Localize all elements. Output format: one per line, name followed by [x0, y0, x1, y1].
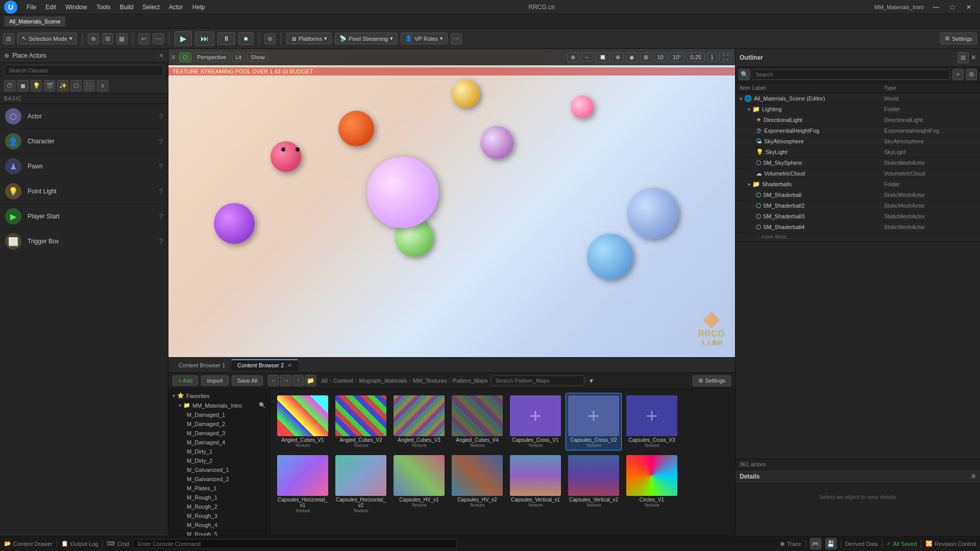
viewport-icon-3[interactable]: 🔲 [596, 53, 610, 62]
step-button[interactable]: ⏭ [195, 32, 214, 46]
status-icon-2[interactable]: 💾 [825, 538, 837, 549]
cb-folder-icon[interactable]: 📁 [305, 375, 316, 386]
actor-item-character[interactable]: 👤 Character ? [0, 129, 168, 154]
grid-icon[interactable]: ▦ [116, 33, 128, 44]
outliner-sm-shaderball[interactable]: ⬡ SM_Shaderball StaticMeshActor [736, 190, 980, 201]
cb-tree-m-damaged-3[interactable]: M_Damaged_3 [168, 429, 270, 438]
cb-tree-m-dirty-2[interactable]: M_Dirty_2 [168, 456, 270, 465]
cmd-item[interactable]: ⌨ Cmd [107, 540, 129, 547]
viewport-num-2[interactable]: 10° [669, 53, 685, 62]
place-actors-close-button[interactable]: ✕ [159, 52, 164, 59]
breadcrumb-all[interactable]: All [321, 378, 327, 384]
cb-back-icon[interactable]: ← [268, 375, 279, 386]
viewport-num-4[interactable]: 1 [707, 53, 717, 62]
viewport-scene[interactable]: 🔶 RRCG 人人素材 [168, 49, 735, 357]
settings-button[interactable]: ⚙ Settings [940, 33, 977, 44]
cb-texture-capsules-cross-v3[interactable]: Capsules_Cross_V3 Texture [624, 393, 680, 450]
outliner-lighting-folder[interactable]: ▾ 📁 Lighting Folder [736, 104, 980, 115]
cb-tree-m-damaged-4[interactable]: M_Damaged_4 [168, 438, 270, 447]
actor-item-trigger-box[interactable]: ⬜ Trigger Box ? [0, 229, 168, 254]
menu-help[interactable]: Help [188, 3, 209, 12]
cb-tree-mm-intro[interactable]: ▾ 📁 MM_Materials_Intro 🔍 [168, 400, 270, 410]
close-button[interactable]: ✕ [962, 2, 976, 12]
player-start-help-icon[interactable]: ? [159, 212, 163, 220]
pause-button[interactable]: ⏸ [217, 32, 235, 45]
cb-texture-angled-cubes-v4[interactable]: Angled_Cubes_V4 Texture [449, 393, 505, 450]
menu-select[interactable]: Select [138, 3, 163, 12]
translate-icon[interactable]: ⊕ [88, 33, 99, 44]
perspective-button[interactable]: Perspective [193, 53, 230, 62]
undo-icon[interactable]: ↩ [138, 33, 150, 44]
more-icon[interactable]: ⋯ [153, 33, 164, 44]
stop-button[interactable]: ■ [238, 32, 254, 45]
menu-edit[interactable]: Edit [41, 3, 60, 12]
outliner-sky-atmosphere[interactable]: 🌤 SkyAtmosphere SkyAtmosphere [736, 136, 980, 147]
cb-tree-m-galvanized-1[interactable]: M_Galvanized_1 [168, 465, 270, 474]
outliner-shaderballs-folder[interactable]: ▾ 📁 Shaderballs Folder [736, 179, 980, 190]
geometry-icon[interactable]: ⬡ [70, 80, 82, 91]
console-command-input[interactable] [133, 539, 457, 548]
breadcrumb-mm-textures[interactable]: MM_Textures [413, 378, 447, 384]
cinematic-icon[interactable]: 🎬 [44, 80, 55, 91]
cb-texture-capsules-horiz-v1[interactable]: Capsules_Horizontal_v1 Texture [275, 453, 331, 516]
selection-mode-button[interactable]: ↖ Selection Mode ▾ [17, 33, 77, 44]
cb-tree-m-damaged-1[interactable]: M_Damaged_1 [168, 410, 270, 419]
outliner-exp-height-fog[interactable]: 🌫 ExponentialHeightFog ExponentialHeight… [736, 126, 980, 136]
maximize-button[interactable]: □ [945, 2, 960, 12]
outliner-sm-shaderball2[interactable]: ⬡ SM_Shaderball2 StaticMeshActor [736, 201, 980, 211]
recent-icon[interactable]: ⏱ [4, 80, 15, 91]
cb-save-all-button[interactable]: Save All [232, 375, 263, 386]
outliner-search-icon[interactable]: 🔍 [739, 69, 750, 80]
snap-icon[interactable]: ⊞ [102, 33, 113, 44]
breadcrumb-content[interactable]: Content [333, 378, 353, 384]
revision-control-item[interactable]: 🔀 Revision Control [925, 540, 976, 547]
actor-item-pawn[interactable]: ♟ Pawn ? [0, 154, 168, 179]
viewport-icon-5[interactable]: ◉ [626, 53, 638, 62]
character-help-icon[interactable]: ? [159, 137, 163, 145]
viewport-hamburger-icon[interactable]: ≡ [172, 54, 175, 61]
menu-file[interactable]: File [22, 3, 40, 12]
viewport-icon-1[interactable]: ⊕ [567, 53, 579, 62]
content-browser-tab-1[interactable]: Content Browser 1 [173, 360, 231, 370]
outliner-filter-icon[interactable]: ⊞ [958, 52, 969, 63]
status-icon-1[interactable]: 🎮 [810, 538, 821, 549]
cb-tree-m-rough-1[interactable]: M_Rough_1 [168, 493, 270, 502]
viewport-num-3[interactable]: 0.25 [687, 53, 704, 62]
output-log-item[interactable]: 📋 Output Log [61, 540, 98, 547]
breadcrumb-pattern-maps[interactable]: Pattern_Maps [453, 378, 487, 384]
toolbar-layout-icon[interactable]: ⊞ [3, 33, 14, 44]
derived-data-item[interactable]: Derived Data [845, 541, 878, 547]
outliner-close-button[interactable]: ✕ [971, 54, 976, 61]
cb-settings-button[interactable]: ⚙ Settings [693, 375, 731, 386]
cb-texture-capsules-horiz-v2[interactable]: Capsules_Horizontal_v2 Texture [333, 453, 389, 516]
all-saved-item[interactable]: ✓ All Saved [887, 540, 917, 547]
actor-item-point-light[interactable]: 💡 Point Light ? [0, 179, 168, 204]
visual-effects-icon[interactable]: ✨ [57, 80, 68, 91]
volumes-icon[interactable]: ⬛ [84, 80, 95, 91]
spawn-icon[interactable]: ⊕ [264, 33, 276, 44]
outliner-sm-shaderball4[interactable]: ⬡ SM_Shaderball4 StaticMeshActor [736, 222, 980, 233]
cb-texture-capsules-vert-v2[interactable]: Capsules_Vertical_v2 Texture [566, 453, 622, 516]
cb-texture-capsules-hv-v2[interactable]: Capsules_HV_v2 Texture [449, 453, 505, 516]
cb-texture-capsules-cross-v2[interactable]: Capsules_Cross_V2 Texture [566, 393, 622, 450]
cb-tree-m-galvanized-2[interactable]: M_Galvanized_2 [168, 474, 270, 484]
outliner-sm-shaderball3[interactable]: ⬡ SM_Shaderball3 StaticMeshActor [736, 211, 980, 222]
cb-search-filter-icon[interactable]: ▾ [590, 377, 593, 385]
outliner-search-input[interactable] [752, 69, 950, 80]
viewport-perspective-icon[interactable]: ⬡ [179, 53, 191, 62]
outliner-world-item[interactable]: ▾ 🌐 All_Materials_Scene (Editor) World [736, 93, 980, 104]
toolbar-extra-icon[interactable]: ⋯ [451, 33, 462, 44]
cb-texture-angled-cubes-v3[interactable]: Angled_Cubes_V3 Texture [391, 393, 447, 450]
cb-tab-2-close-icon[interactable]: ✕ [287, 362, 292, 368]
mm-intro-search-icon[interactable]: 🔍 [259, 402, 266, 409]
outliner-directional-light[interactable]: ☀ DirectionalLight DirectionalLight [736, 115, 980, 126]
viewport[interactable]: ≡ ⬡ Perspective Lit Show ⊕ ↔ 🔲 ⊕ ◉ ⊞ 10 … [168, 49, 735, 357]
outliner-sky-light[interactable]: 💡 SkyLight SkyLight [736, 147, 980, 158]
actor-item-player-start[interactable]: ▶ Player Start ? [0, 204, 168, 229]
viewport-icon-4[interactable]: ⊕ [612, 53, 624, 62]
cb-texture-capsules-cross-v1[interactable]: Capsules_Cross_V1 Texture [507, 393, 564, 450]
cb-tree-m-dirty-1[interactable]: M_Dirty_1 [168, 447, 270, 456]
trigger-box-help-icon[interactable]: ? [159, 237, 163, 245]
cb-import-button[interactable]: Import [201, 375, 228, 386]
cb-texture-circles-v1[interactable]: Circles_V1 Texture [624, 453, 680, 516]
